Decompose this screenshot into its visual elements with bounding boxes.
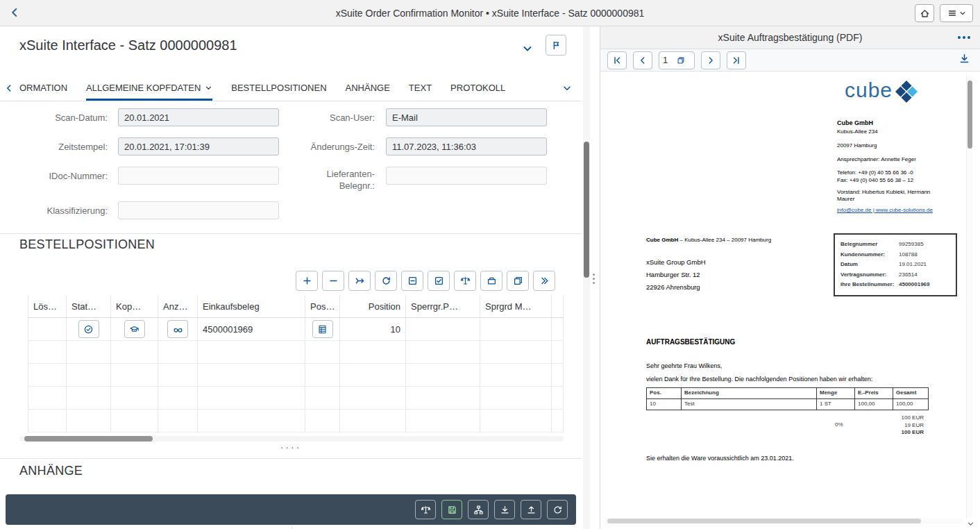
tab-text[interactable]: TEXT	[409, 75, 432, 101]
refresh-icon	[552, 505, 563, 515]
menu-button[interactable]	[940, 4, 973, 22]
idoc-nummer-label: IDoc-Nummer:	[14, 170, 108, 182]
scrollbar-thumb[interactable]	[968, 81, 972, 149]
attachment-balance-button[interactable]	[415, 500, 436, 519]
column-header[interactable]: Sperrgr.P…	[405, 295, 480, 317]
copy-button[interactable]	[507, 271, 529, 291]
splitter-grip[interactable]	[593, 274, 595, 284]
table-row-empty[interactable]	[28, 341, 564, 364]
table-row-empty[interactable]	[28, 410, 564, 433]
column-header[interactable]: Sprgrd M…	[480, 295, 551, 317]
remove-row-button[interactable]	[322, 271, 344, 291]
page-number-input[interactable]	[663, 55, 674, 65]
recipient-street: Hamburger Str. 12	[646, 271, 700, 278]
chevron-right-icon	[706, 56, 716, 65]
positions-toolbar	[296, 271, 555, 291]
anhaenge-heading: ANHÄNGE	[19, 464, 83, 478]
tabs-overflow-icon[interactable]	[562, 83, 572, 93]
panel-splitter	[590, 26, 600, 529]
page-number-field	[659, 51, 695, 69]
home-button[interactable]	[915, 4, 934, 22]
forward-button[interactable]	[348, 271, 371, 291]
scroll-down-icon[interactable]	[967, 520, 974, 528]
column-header[interactable]: Stat…	[66, 295, 110, 317]
tab-protokoll[interactable]: PROTOKOLL	[450, 75, 505, 101]
last-page-button[interactable]	[727, 51, 746, 69]
header-collapse-icon[interactable]	[522, 43, 533, 54]
sync-button[interactable]	[375, 271, 397, 291]
company-fax: Fax: +49 (0) 040 55 66 38 – 12	[837, 177, 913, 183]
column-header[interactable]: Kop…	[110, 295, 158, 317]
scale-icon	[460, 276, 471, 286]
minus-icon	[328, 276, 339, 286]
sender-line: Cube GmbH – Kubus-Allee 234 – 20097 Hamb…	[646, 237, 771, 243]
table-row[interactable]: 4500001969 10	[28, 318, 564, 341]
attachment-refresh-button[interactable]	[547, 500, 568, 519]
tab-allgemeine-kopfdaten[interactable]: ALLGEMEINE KOPFDATEN	[86, 75, 212, 101]
company-street: Kubus-Allee 234	[837, 128, 878, 135]
position-detail-button[interactable]	[312, 320, 333, 338]
shell-bar: xSuite Order Confirmation Monitor • xSui…	[0, 0, 980, 26]
pdf-vertical-scrollbar	[966, 75, 972, 518]
tabs-scroll-left-icon[interactable]	[4, 83, 14, 93]
tab-bar: ORMATION ALLGEMEINE KOPFDATEN BESTELLPOS…	[0, 75, 582, 101]
document-positions-table: Pos. Bezeichnung Menge E.-Preis Gesamt 1…	[646, 387, 929, 410]
column-header[interactable]: Pos…	[305, 295, 339, 317]
status-button[interactable]	[78, 320, 99, 338]
collapse-button[interactable]	[401, 271, 423, 291]
expand-button[interactable]	[533, 271, 555, 291]
aenderungs-zeit-input[interactable]	[386, 137, 547, 156]
cube-logo-icon	[895, 80, 918, 103]
idoc-nummer-input[interactable]	[118, 167, 279, 185]
balance-button[interactable]	[454, 271, 476, 291]
overflow-icon[interactable]	[958, 36, 970, 39]
first-page-button[interactable]	[607, 51, 627, 69]
home-icon	[920, 8, 930, 19]
scan-user-input[interactable]	[386, 108, 547, 126]
attachments-toolbar	[6, 494, 576, 525]
tab-bestellpositionen[interactable]: BESTELLPOSITIONEN	[231, 75, 326, 101]
tab-information[interactable]: ORMATION	[19, 75, 67, 101]
add-row-button[interactable]	[296, 271, 318, 291]
archive-button[interactable]	[480, 271, 502, 291]
total-tax: 19 EUR	[834, 422, 924, 430]
anzeigen-button[interactable]	[167, 320, 188, 338]
tab-anhaenge[interactable]: ANHÄNGE	[346, 75, 390, 101]
column-header[interactable]: Position	[339, 295, 405, 317]
column-header[interactable]: Einkaufsbeleg	[197, 295, 305, 317]
recipient-city: 22926 Ahrensburg	[646, 283, 700, 291]
kopfdaten-button[interactable]	[124, 320, 145, 338]
delivery-note: Sie erhalten die Ware voraussichtlich am…	[646, 455, 794, 462]
table-row-empty[interactable]	[28, 364, 564, 387]
section-divider	[0, 233, 582, 234]
scan-datum-input[interactable]	[118, 108, 279, 126]
flag-button[interactable]	[546, 35, 566, 56]
scan-datum-label: Scan-Datum:	[14, 112, 108, 124]
column-header[interactable]: Lös…	[28, 295, 66, 317]
scan-user-label: Scan-User:	[278, 112, 375, 124]
recipient-name: xSuite Group GmbH	[646, 258, 706, 266]
copy-icon	[513, 276, 523, 286]
klassifizierung-input[interactable]	[118, 201, 279, 219]
attachment-download-button[interactable]	[494, 500, 515, 519]
prev-page-button[interactable]	[633, 51, 652, 69]
table-resize-handle[interactable]: ····	[0, 442, 582, 453]
zeitstempel-input[interactable]	[118, 137, 279, 156]
attachment-save-button[interactable]	[441, 500, 462, 519]
scrollbar-thumb[interactable]	[607, 519, 921, 523]
company-board: Vorstand: Hubertus Kubieki, Hermann	[837, 189, 930, 195]
attachment-orgchart-button[interactable]	[468, 500, 489, 519]
table-row-empty[interactable]	[28, 387, 564, 410]
scrollbar-thumb[interactable]	[584, 142, 589, 278]
shell-title: xSuite Order Confirmation Monitor • xSui…	[0, 8, 980, 19]
lieferanten-belegnr-input[interactable]	[386, 167, 547, 185]
next-page-button[interactable]	[701, 51, 720, 69]
attachment-upload-button[interactable]	[521, 500, 541, 519]
scrollbar-thumb[interactable]	[24, 436, 153, 442]
document-table-icon	[317, 324, 328, 335]
column-header[interactable]: Anz…	[158, 295, 197, 317]
copy-page-icon[interactable]	[677, 56, 685, 65]
pdf-download-icon[interactable]	[958, 53, 970, 65]
select-button[interactable]	[428, 271, 450, 291]
circle-check-icon	[83, 324, 94, 335]
